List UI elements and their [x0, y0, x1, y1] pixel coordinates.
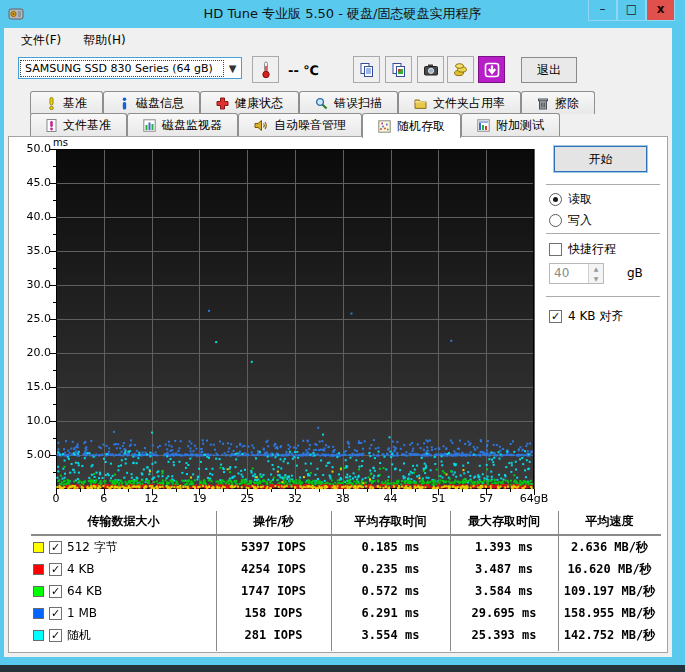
- capacity-unit: gB: [627, 266, 643, 280]
- y-axis-unit: ms: [53, 137, 68, 148]
- tab-disk-info[interactable]: 磁盘信息: [103, 91, 200, 114]
- x-tick-label: 57: [466, 492, 506, 505]
- table-cell: 281 IOPS: [216, 628, 331, 642]
- x-tick-label: 64gB: [514, 492, 554, 505]
- tab-disk-monitor[interactable]: 磁盘监视器: [127, 113, 238, 136]
- radio-icon: [549, 193, 562, 206]
- table-row: ✓512 字节5397 IOPS0.185 ms1.393 ms2.636 MB…: [31, 536, 661, 558]
- series-checkbox[interactable]: ✓: [49, 607, 62, 620]
- menu-file[interactable]: 文件(F): [10, 29, 72, 52]
- column-divider: [558, 511, 559, 651]
- x-tick-label: 38: [323, 492, 363, 505]
- y-tick-label: 40.0: [15, 210, 51, 223]
- spin-up-icon: ▲: [589, 264, 603, 274]
- x-tick-label: 44: [371, 492, 411, 505]
- exclamation-icon: [46, 97, 57, 110]
- x-tick-label: 0: [36, 492, 76, 505]
- update-download-button[interactable]: [478, 56, 505, 83]
- info-icon: [119, 97, 130, 110]
- table-row: ✓随机281 IOPS3.554 ms25.393 ms142.752 MB/秒: [31, 624, 661, 646]
- y-tick-label: 25.0: [15, 312, 51, 325]
- x-tick-label: 32: [275, 492, 315, 505]
- table-cell: 2.636 MB/秒: [558, 539, 661, 556]
- copy-image-button[interactable]: [385, 56, 412, 83]
- read-radio[interactable]: 读取: [549, 191, 592, 208]
- access-time-scatter-chart: [50, 149, 540, 499]
- tab-erase[interactable]: 擦除: [521, 91, 595, 114]
- table-cell: 4254 IOPS: [216, 562, 331, 576]
- series-checkbox[interactable]: ✓: [49, 629, 62, 642]
- minimize-button[interactable]: –: [588, 0, 617, 21]
- divider: [546, 233, 660, 234]
- camera-icon: [423, 62, 439, 78]
- temperature-button[interactable]: [252, 56, 279, 83]
- copy-text-button[interactable]: [353, 56, 380, 83]
- table-cell: 6.291 ms: [331, 606, 450, 620]
- series-checkbox[interactable]: ✓: [49, 563, 62, 576]
- column-divider: [216, 511, 217, 651]
- checkbox-icon: ✓: [549, 310, 562, 323]
- column-divider: [331, 511, 332, 651]
- write-radio[interactable]: 写入: [549, 212, 592, 229]
- coins-icon: [453, 62, 469, 78]
- exclamation-magenta-icon: [46, 119, 57, 132]
- red-cross-icon: [216, 97, 229, 110]
- close-button[interactable]: x: [646, 0, 675, 21]
- x-tick-label: 25: [227, 492, 267, 505]
- table-header: 传输数据大小 操作/秒 平均存取时间 最大存取时间 平均速度: [31, 511, 661, 534]
- y-tick-label: 5.00: [15, 448, 51, 461]
- donate-button[interactable]: [447, 56, 474, 83]
- table-cell: 3.554 ms: [331, 628, 450, 642]
- table-cell: 158.955 MB/秒: [558, 605, 661, 622]
- tab-benchmark[interactable]: 基准: [30, 91, 103, 114]
- maximize-button[interactable]: □: [617, 0, 646, 21]
- y-tick-label: 20.0: [15, 346, 51, 359]
- capacity-spinner[interactable]: 40 ▲▼: [549, 263, 604, 284]
- table-cell: 29.695 ms: [450, 606, 558, 620]
- tab-health[interactable]: 健康状态: [200, 91, 299, 114]
- menu-bar: 文件(F) 帮助(H): [4, 28, 672, 52]
- tab-file-benchmark[interactable]: 文件基准: [30, 113, 127, 136]
- scatter-plot-icon: [378, 120, 391, 133]
- align-checkbox[interactable]: ✓ 4 KB 对齐: [549, 308, 623, 325]
- magnifier-icon: [315, 97, 328, 110]
- column-divider: [450, 511, 451, 651]
- app-frame: 文件(F) 帮助(H) SAMSUNG SSD 830 Series (64 g…: [4, 28, 672, 657]
- series-label: 随机: [67, 627, 91, 644]
- results-table: 传输数据大小 操作/秒 平均存取时间 最大存取时间 平均速度 ✓512 字节53…: [31, 511, 661, 646]
- y-tick-label: 50.0: [15, 142, 51, 155]
- tab-folder-usage[interactable]: 文件夹占用率: [398, 91, 521, 114]
- series-checkbox[interactable]: ✓: [49, 541, 62, 554]
- series-color-swatch: [33, 564, 44, 575]
- table-cell: 0.572 ms: [331, 584, 450, 598]
- copy-text-icon: [359, 62, 375, 78]
- table-cell: 1.393 ms: [450, 540, 558, 554]
- series-checkbox[interactable]: ✓: [49, 585, 62, 598]
- x-tick-label: 19: [179, 492, 219, 505]
- short-stroke-checkbox[interactable]: 快捷行程: [549, 241, 616, 258]
- y-tick-label: 10.0: [15, 414, 51, 427]
- drive-select-value: SAMSUNG SSD 830 Series (64 gB): [21, 61, 223, 76]
- table-row: ✓4 KB4254 IOPS0.235 ms3.487 ms16.620 MB/…: [31, 558, 661, 580]
- tab-extra-tests[interactable]: 附加测试: [461, 113, 560, 136]
- table-cell: 3.487 ms: [450, 562, 558, 576]
- spinner-arrows[interactable]: ▲▼: [588, 264, 603, 283]
- y-tick-label: 35.0: [15, 244, 51, 257]
- tab-aam[interactable]: 自动噪音管理: [238, 113, 362, 136]
- drive-select[interactable]: SAMSUNG SSD 830 Series (64 gB) ▼: [18, 57, 242, 79]
- table-row: ✓64 KB1747 IOPS0.572 ms3.584 ms109.197 M…: [31, 580, 661, 602]
- tab-random-access[interactable]: 随机存取: [362, 113, 461, 138]
- x-tick-label: 51: [418, 492, 458, 505]
- radio-icon: [549, 214, 562, 227]
- screenshot-button[interactable]: [417, 56, 444, 83]
- tab-strip: 基准 磁盘信息 健康状态 错误扫描 文件夹占用率 擦除: [4, 90, 672, 136]
- exit-button[interactable]: 退出: [521, 57, 577, 83]
- tab-error-scan[interactable]: 错误扫描: [299, 91, 398, 114]
- series-color-swatch: [33, 630, 44, 641]
- menu-help[interactable]: 帮助(H): [72, 29, 136, 52]
- start-button[interactable]: 开始: [554, 146, 647, 172]
- table-cell: 3.584 ms: [450, 584, 558, 598]
- table-cell: 142.752 MB/秒: [558, 627, 661, 644]
- download-arrow-icon: [484, 62, 500, 78]
- table-cell: 0.235 ms: [331, 562, 450, 576]
